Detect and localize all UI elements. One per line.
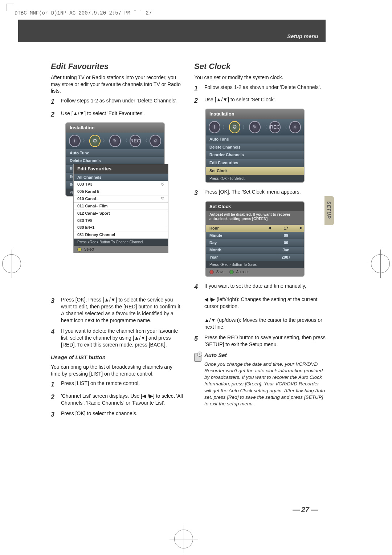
setclock-foot: Press <Red> Button To Save. [206,261,304,268]
section-tab-label: SETUP [326,201,332,219]
select-label: Select [84,247,94,251]
step-num: 3 [51,296,57,324]
channel-row[interactable]: 012 Canal+ Sport [74,210,168,217]
save-label: Save [216,270,225,274]
red-dot-icon [209,270,214,274]
heading-list-usage: Usage of LIST button [51,354,183,361]
page-number-value: 27 [301,506,309,514]
step-text: If you want to delete the channel from y… [61,328,183,348]
pdf-header: DTBC-MNF(or D)1NP-AG 2007.9.20 2:57 PM ˘… [15,10,377,17]
autoset-label: Autoset [236,270,249,274]
channel-row[interactable]: 003 TV3♡ [74,181,168,188]
step-num: 5 [194,334,201,348]
set-clock-panel: Set Clock Autoset will be disabled. If y… [205,201,305,277]
step-text: Press [LIST] on the remote control. [61,380,183,389]
rec-icon: REC [130,135,141,147]
step-text: Follow steps 1-2 as shown under 'Delete … [61,97,183,106]
info-note-icon: i [194,352,202,362]
green-dot-icon [229,270,234,274]
registration-mark-left [2,254,21,273]
step-text: Press [OK]. Press [▲/▼] to select the se… [61,296,183,324]
installation-panel: Installation i〉 ✪〉 ✎〈 REC〈 ⛭ Auto Tune D… [65,122,165,197]
channel-row[interactable]: 023 TV8 [74,217,168,224]
setclock-row[interactable]: Year2007 [206,254,304,261]
step4-lead: If you want to set the date and time man… [204,283,306,289]
step-num: 1 [51,380,57,389]
channel-row[interactable]: 005 Kanal 5 [74,188,168,195]
step4-line2: ▲/▼ (up/down): Moves the cursor to the p… [204,317,322,330]
step-num: 3 [194,189,201,197]
heading-set-clock: Set Clock [194,61,327,72]
header-section: Setup menu [287,33,318,39]
heart-icon: ♡ [161,196,164,202]
step-num: 4 [194,283,201,331]
globe-icon: ✪ [229,121,241,133]
brush-icon: ✎ [249,121,261,133]
setclock-row[interactable]: Day09 [206,239,304,247]
heading-autoset: Auto Set [204,352,327,359]
gear-icon: ⛭ [289,121,301,133]
step-num: 2 [51,393,57,406]
setclock-row[interactable]: Minute09 [206,232,304,239]
menu-item[interactable]: Reorder Channels [206,151,304,159]
step-text: If you want to set the date and time man… [204,283,327,331]
step-num: 1 [51,97,57,106]
yellow-dot-icon [77,247,82,252]
heading-edit-favourites: Edit Favourites [51,61,183,72]
rec-icon: REC [269,121,281,133]
subpanel-title: Edit Favourites [74,164,168,174]
menu-item[interactable]: Auto Tune [66,149,164,157]
intro-edit-favourites: After tuning TV or Radio stations into y… [51,74,183,95]
step-text: Follow steps 1-2 as shown under 'Delete … [204,84,327,93]
gear-icon: ⛭ [150,135,161,147]
step-text: Use [▲/▼] to select 'Set Clock'. [204,96,327,105]
setclock-row[interactable]: MonthJan [206,247,304,254]
page-number: 27 [291,506,319,514]
left-column: Edit Favourites After tuning TV or Radio… [51,61,183,422]
subpanel-select: Select [74,246,168,253]
registration-mark-bottom [174,530,193,548]
setclock-note: Autoset will be disabled. If you want to… [206,211,304,225]
edit-favourites-list: Edit Favourites All Channels 003 TV3♡005… [73,164,168,253]
step-num: 2 [194,96,201,105]
header-band: Setup menu [18,20,326,42]
channel-row[interactable]: 011 Canal+ Film [74,203,168,210]
channel-row[interactable]: 031 Disney Channel [74,231,168,239]
setclock-buttons: Save Autoset [206,268,304,276]
intro-set-clock: You can set or modify the system clock. [194,74,327,81]
channel-row[interactable]: 010 Canal+♡ [74,195,168,203]
menu-item[interactable]: Edit Favourites [206,159,304,167]
installation-panel-right: Installation i〉 ✪〉 ✎〈 REC〈 ⛭ Auto Tune D… [205,109,305,183]
menu-item[interactable]: Delete Channels [206,143,304,151]
step-text: 'Channel List' screen displays. Use [◀ /… [61,393,183,406]
info-icon: i [69,135,81,147]
list-usage-intro: You can bring up the list of broadcastin… [51,364,183,377]
menu-item[interactable]: Auto Tune [206,135,304,143]
step-text: Press [OK]. The 'Set Clock' menu appears… [204,189,327,197]
channel-row[interactable]: 030 E4+1 [74,224,168,231]
info-icon: i [209,121,220,133]
step-num: 2 [51,110,57,119]
panel-foot: Press <Ok> To Select. [206,175,304,182]
brush-icon: ✎ [109,135,121,147]
subpanel-header: All Channels [74,174,168,181]
autoset-body: Once you change the date and time, your … [204,361,327,408]
setclock-title: Set Clock [206,202,304,211]
subpanel-foot: Press <Red> Button To Change Channel [74,239,168,246]
crop-mark-tl [7,4,14,11]
panel-title: Installation [206,109,304,119]
panel-icon-row: i〉 ✪〉 ✎〈 REC〈 ⛭ [66,133,164,149]
heart-icon: ♡ [161,182,164,187]
registration-mark-right [371,254,390,273]
right-column: Set Clock You can set or modify the syst… [194,61,327,422]
step-num: 4 [51,328,57,348]
step-text: Use [▲/▼] to select 'Edit Favourites'. [61,110,183,119]
setclock-row[interactable]: Hour17 [206,225,304,232]
step-text: Press [OK] to select the channels. [61,410,183,419]
menu-item-highlight[interactable]: Set Clock [206,167,304,175]
panel-title: Installation [66,123,164,133]
step4-line1: ◀ /▶ (left/right): Changes the setting a… [204,296,317,309]
step-text: Press the RED button to save your settin… [204,334,327,348]
globe-icon: ✪ [89,135,101,147]
step-num: 3 [51,410,57,419]
